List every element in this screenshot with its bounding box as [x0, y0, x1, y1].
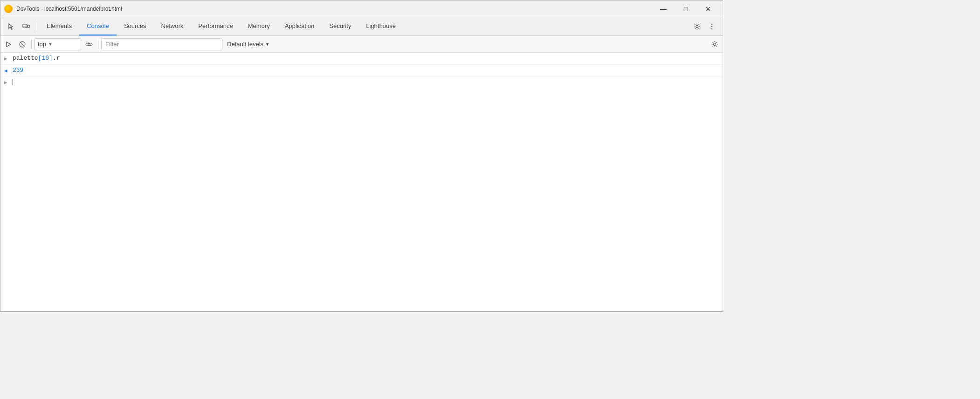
nav-tabs: Elements Console Sources Network Perform… — [39, 17, 403, 35]
kebab-menu-icon — [708, 23, 716, 30]
tab-security[interactable]: Security — [322, 17, 359, 35]
block-icon — [19, 41, 26, 48]
tab-memory[interactable]: Memory — [241, 17, 277, 35]
svg-point-4 — [711, 23, 712, 24]
window-controls: — □ ✕ — [653, 1, 719, 16]
window-title: DevTools - localhost:5501/mandelbrot.htm… — [16, 6, 653, 12]
console-entry-input: ▶ palette[10].r — [0, 53, 723, 65]
no-entry-button[interactable] — [16, 38, 28, 50]
app-icon — [4, 5, 13, 13]
input-arrow-icon[interactable]: ▶ — [4, 54, 10, 63]
more-options-button[interactable] — [705, 20, 719, 34]
svg-line-9 — [21, 42, 24, 46]
tab-application[interactable]: Application — [277, 17, 322, 35]
minimize-button[interactable]: — — [653, 1, 674, 16]
svg-point-6 — [711, 28, 712, 29]
console-input-row[interactable]: ▶ — [0, 77, 723, 87]
default-levels-selector[interactable]: Default levels ▼ — [224, 38, 272, 50]
levels-label: Default levels — [227, 41, 263, 48]
svg-rect-1 — [28, 25, 29, 28]
context-selector[interactable]: top ▼ — [35, 38, 81, 50]
tab-sources[interactable]: Sources — [117, 17, 154, 35]
device-icon — [22, 23, 30, 30]
toolbar-right — [709, 38, 721, 50]
tab-performance[interactable]: Performance — [191, 17, 240, 35]
devtools-window: DevTools - localhost:5501/mandelbrot.htm… — [0, 0, 723, 312]
console-entry-output: ◀ 239 — [0, 65, 723, 77]
toolbar-separator-1 — [31, 40, 32, 49]
svg-point-10 — [88, 43, 90, 45]
tab-network[interactable]: Network — [154, 17, 191, 35]
nav-bar: Elements Console Sources Network Perform… — [0, 17, 723, 36]
output-value: 239 — [13, 66, 23, 75]
nav-separator-1 — [37, 21, 37, 32]
inspect-element-button[interactable] — [4, 20, 18, 34]
live-expressions-button[interactable] — [83, 38, 95, 50]
tab-lighthouse[interactable]: Lighthouse — [359, 17, 403, 35]
levels-arrow-icon: ▼ — [265, 42, 269, 47]
context-label: top — [38, 41, 46, 48]
nav-left-icons — [2, 17, 35, 35]
dropdown-arrow-icon: ▼ — [48, 42, 53, 47]
output-arrow-icon: ◀ — [4, 66, 10, 75]
entry-code: palette[10].r — [13, 54, 719, 63]
nav-spacer — [403, 17, 688, 35]
svg-point-3 — [696, 25, 698, 28]
svg-point-11 — [714, 43, 716, 45]
clear-console-button[interactable] — [2, 38, 14, 50]
console-toolbar: top ▼ Default levels ▼ — [0, 36, 723, 53]
svg-point-5 — [711, 26, 712, 27]
settings-icon — [693, 23, 701, 30]
device-toggle-button[interactable] — [19, 20, 33, 34]
input-caret-icon: ▶ — [4, 79, 10, 85]
cursor-icon — [7, 23, 15, 30]
eye-icon — [85, 41, 93, 48]
console-settings-button[interactable] — [709, 38, 721, 50]
close-button[interactable]: ✕ — [697, 1, 719, 16]
console-content: ▶ palette[10].r ◀ 239 ▶ — [0, 53, 723, 311]
tab-console[interactable]: Console — [79, 17, 117, 35]
play-icon — [5, 41, 12, 48]
svg-marker-7 — [7, 42, 11, 47]
tab-elements[interactable]: Elements — [39, 17, 79, 35]
maximize-button[interactable]: □ — [675, 1, 697, 16]
devtools-settings-button[interactable] — [690, 20, 704, 34]
gear-icon — [711, 41, 718, 48]
filter-input[interactable] — [101, 38, 222, 50]
title-bar: DevTools - localhost:5501/mandelbrot.htm… — [0, 0, 723, 17]
nav-right-icons — [688, 17, 721, 35]
cursor — [13, 79, 13, 85]
toolbar-separator-2 — [98, 40, 98, 49]
